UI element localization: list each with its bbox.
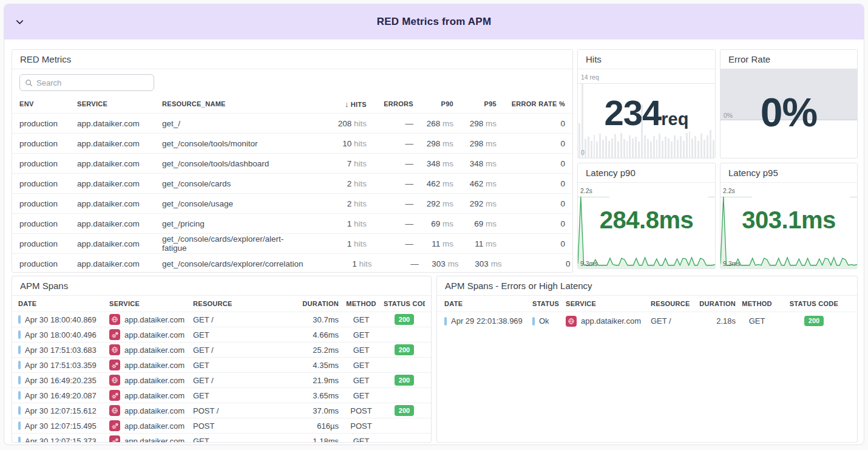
cell-duration: 37.0ms [278,406,339,415]
apm-spans-errors-table-header: DATE STATUS SERVICE RESOURCE DURATION ME… [437,296,857,312]
column-header-resource[interactable]: RESOURCE [651,300,693,307]
column-header-hits[interactable]: ↓HITS [298,100,367,109]
cell-duration: 4.66ms [278,330,339,339]
hits-bar [605,136,607,158]
span-indicator-bar [18,376,21,384]
table-row[interactable]: Apr 30 12:07:15.373app.dataiker.comGET1.… [12,433,431,443]
ms-unit: ms [442,159,453,168]
column-header-date[interactable]: DATE [18,300,109,307]
hits-bar [689,131,691,158]
column-header-status-code[interactable]: STATUS CODE [778,300,850,307]
table-row[interactable]: productionapp.dataiker.comget_/pricing1 … [12,213,572,233]
hits-bar [614,134,616,158]
column-header-resource[interactable]: RESOURCE [193,300,278,307]
table-row[interactable]: productionapp.dataiker.comget_/console/c… [12,253,572,273]
cell-duration: 21.9ms [278,376,339,385]
sort-desc-icon[interactable]: ↓ [345,100,349,109]
cell-errors: — [372,259,419,268]
hits-bar [671,141,673,158]
column-header-p90[interactable]: P90 [413,100,453,107]
hits-bar [599,134,601,158]
error-rate-widget-title: Error Rate [721,50,857,69]
table-row[interactable]: Apr 30 16:49:20.235app.dataiker.comGET /… [12,372,431,387]
table-row[interactable]: productionapp.dataiker.comget_/console/c… [12,173,572,193]
date-text: Apr 30 16:49:20.087 [25,391,97,400]
column-header-method[interactable]: METHOD [339,300,384,307]
span-indicator-bar [18,361,21,369]
column-header-duration[interactable]: DURATION [278,300,339,307]
gears-icon [109,360,120,370]
cell-p90: 298 ms [413,139,453,148]
column-header-error-rate[interactable]: ERROR RATE % [497,100,565,107]
cell-resource: GET / [193,376,278,385]
span-indicator-bar [18,406,21,415]
table-row[interactable]: Apr 30 17:51:03.359app.dataiker.comGET4.… [12,357,431,372]
table-row[interactable]: productionapp.dataiker.comget_/console/c… [12,233,572,253]
table-row[interactable]: productionapp.dataiker.comget_/console/u… [12,193,572,213]
table-row[interactable]: Apr 30 17:51:03.683app.dataiker.comGET /… [12,342,431,357]
hits-bar [611,138,613,158]
hits-bar [710,130,711,158]
cell-errors: — [367,199,413,208]
cell-hits: 1 hits [298,219,367,228]
cell-service: app.dataiker.com [77,219,162,228]
hits-bar [665,137,666,158]
column-header-method[interactable]: METHOD [736,300,778,307]
hits-bar [686,133,688,158]
table-row[interactable]: Apr 29 22:01:38.969Okapp.dataiker.comGET… [437,312,857,330]
cell-p95: 298 ms [453,139,497,148]
column-header-service[interactable]: SERVICE [77,100,162,107]
table-row[interactable]: productionapp.dataiker.comget_/console/t… [12,153,572,173]
red-metrics-title: RED Metrics [12,50,572,69]
cell-duration: 1.18ms [278,437,339,443]
latency-p95-y-min-label: 9.3ms [723,260,741,267]
cell-resource: GET / [193,315,278,324]
cell-resource: POST / [193,406,278,415]
cell-service: app.dataiker.com [109,344,193,355]
ms-unit: ms [442,139,453,148]
latency-p90-y-min-label: 9.3ms [580,260,598,267]
red-metrics-table-body: productionapp.dataiker.comget_/208 hits—… [12,113,572,273]
cell-service: app.dataiker.com [77,159,162,168]
hits-widget: Hits 14 req 0 234req [577,49,716,159]
column-header-status[interactable]: STATUS [532,300,566,307]
cell-hits: 1 hits [303,259,372,268]
search-input[interactable] [36,78,149,87]
hits-unit: hits [359,259,372,268]
column-header-errors[interactable]: ERRORS [367,100,413,107]
column-header-service[interactable]: SERVICE [566,300,651,307]
cell-resource: GET [193,330,278,339]
collapse-chevron-icon[interactable] [15,18,24,27]
dashboard-title: RED Metrics from APM [377,16,492,28]
latency-p90-chart: 2.2s 9.3ms 284.8ms [578,182,715,268]
hits-bar [608,141,610,158]
cell-method: GET [339,437,384,443]
column-header-date[interactable]: DATE [444,300,532,307]
span-indicator-bar [18,421,21,430]
cell-date: Apr 30 12:07:15.373 [18,437,109,443]
hits-bar [697,141,699,158]
cell-duration: 616µs [278,421,339,431]
column-header-resource-name[interactable]: RESOURCE_NAME [162,100,298,107]
column-header-status-code[interactable]: STATUS CODE [384,300,425,307]
table-row[interactable]: productionapp.dataiker.comget_/208 hits—… [12,113,572,133]
column-header-env[interactable]: ENV [19,100,77,107]
table-row[interactable]: Apr 30 18:00:40.869app.dataiker.comGET /… [12,312,431,327]
span-indicator-bar [444,317,447,326]
cell-service: app.dataiker.com [77,239,162,248]
table-row[interactable]: Apr 30 12:07:15.612app.dataiker.comPOST … [12,403,431,418]
cell-method: GET [339,346,384,355]
cell-date: Apr 30 18:00:40.496 [18,330,109,339]
table-row[interactable]: Apr 30 16:49:20.087app.dataiker.comGET3.… [12,387,431,403]
cell-duration: 3.65ms [278,391,339,400]
search-box[interactable] [19,74,154,91]
column-header-duration[interactable]: DURATION [693,300,736,307]
column-header-service[interactable]: SERVICE [109,300,193,307]
latency-p95-chart: 2.2s 9.3ms 303.1ms [721,182,857,268]
table-row[interactable]: Apr 30 12:07:15.495app.dataiker.comPOST6… [12,418,431,433]
service-text: app.dataiker.com [124,391,185,400]
table-row[interactable]: Apr 30 18:00:40.496app.dataiker.comGET4.… [12,327,431,342]
column-header-p95[interactable]: P95 [453,100,497,107]
table-row[interactable]: productionapp.dataiker.comget_/console/t… [12,133,572,153]
cell-p95: 303 ms [459,259,502,268]
